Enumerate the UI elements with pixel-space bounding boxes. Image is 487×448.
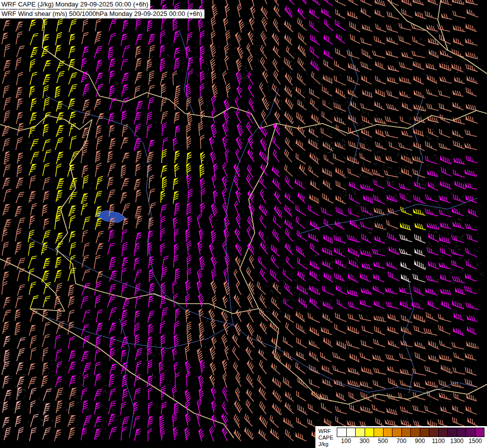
legend-tick-label: 300 [360, 438, 370, 445]
legend-color-cell [420, 428, 430, 437]
legend-model-label: WRF [318, 428, 333, 435]
legend-unit-label: J/kg [318, 441, 333, 448]
legend-color-cell [392, 428, 402, 437]
legend-color-cell [448, 428, 457, 437]
legend-color-cell [374, 428, 384, 437]
legend-color-cell [384, 428, 393, 437]
legend-tick-label: 100 [341, 438, 351, 445]
legend-colorbar [337, 428, 485, 437]
legend-color-cell [347, 428, 356, 437]
title-cape: WRF CAPE (J/kg) Monday 29-09-2025 00:00 … [0, 0, 150, 9]
legend-label-block: WRF CAPE J/kg [318, 428, 333, 448]
legend-tick-row: 100300500700900110013001500 [337, 437, 485, 445]
legend-tick-label: 1300 [450, 438, 464, 445]
legend-color-cell [439, 428, 448, 437]
legend-tick-label: 500 [378, 438, 388, 445]
legend-color-cell [356, 428, 365, 437]
title-wind-shear: WRF Wind shear (m/s) 500/1000hPa Monday … [0, 9, 204, 18]
weather-map: WRF CAPE (J/kg) Monday 29-09-2025 00:00 … [0, 0, 487, 448]
legend-tick-label: 700 [396, 438, 406, 445]
legend-color-cell [429, 428, 439, 437]
legend-tick-label: 900 [415, 438, 425, 445]
cape-legend: WRF CAPE J/kg 10030050070090011001300150… [315, 426, 487, 448]
legend-color-cell [402, 428, 411, 437]
legend-tick-label: 1500 [469, 438, 482, 445]
legend-color-cell [466, 428, 476, 437]
legend-color-cell [365, 428, 375, 437]
legend-color-cell [476, 428, 485, 437]
legend-color-cell [337, 428, 347, 437]
legend-param-label: CAPE [318, 435, 333, 441]
map-canvas [0, 0, 487, 448]
legend-scale: 100300500700900110013001500 [337, 428, 485, 445]
legend-color-cell [457, 428, 467, 437]
legend-tick-label: 1100 [432, 438, 445, 445]
legend-color-cell [411, 428, 420, 437]
map-title-bar: WRF CAPE (J/kg) Monday 29-09-2025 00:00 … [0, 0, 204, 18]
